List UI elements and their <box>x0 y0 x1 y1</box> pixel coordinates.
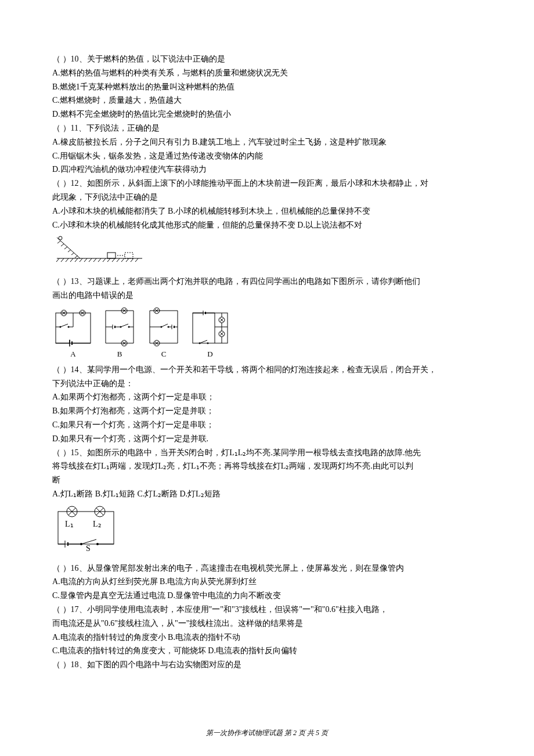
q11-c: C.用锯锯木头，锯条发热，这是通过热传递改变物体的内能 <box>52 149 482 163</box>
q15-l2-label: L₂ <box>93 520 102 528</box>
q10-d: D.燃料不完全燃烧时的热值比完全燃烧时的热值小 <box>52 107 482 121</box>
q14-b: B.如果两个灯泡都亮，这两个灯一定是并联； <box>52 404 482 418</box>
svg-line-4 <box>61 258 64 262</box>
q13-label-c: C <box>161 348 167 361</box>
q15-options: A.灯L₁断路 B.灯L₁短路 C.灯L₂断路 D.灯L₂短路 <box>52 487 482 501</box>
page-footer: 第一次协作考试物理试题 第 2 页 共 5 页 <box>0 727 534 739</box>
svg-line-13 <box>103 258 106 262</box>
svg-line-120 <box>81 539 96 544</box>
q14-d: D.如果只有一个灯亮，这两个灯一定是并联. <box>52 432 482 446</box>
q13-circuit-d: D <box>189 309 231 361</box>
q13-figure: A B <box>52 307 482 361</box>
svg-line-10 <box>89 258 92 262</box>
q16-row1: A.电流的方向从灯丝到荧光屏 B.电流方向从荧光屏到灯丝 <box>52 575 482 589</box>
q17-stem-1: （ ）17、小明同学使用电流表时，本应使用"一"和"3"接线柱，但误将"一"和"… <box>52 603 482 617</box>
q14-stem-1: （ ）14、某同学用一个电源、一个开关和若干导线，将两个相同的灯泡连接起来，检查… <box>52 363 482 377</box>
svg-line-23 <box>64 247 67 249</box>
q15-l1-label: L₁ <box>65 520 74 528</box>
q10-stem: （ ）10、关于燃料的热值，以下说法中正确的是 <box>52 52 482 66</box>
q11-a: A.橡皮筋被拉长后，分子之间只有引力 B.建筑工地上，汽车驶过时尘土飞扬，这是种… <box>52 135 482 149</box>
q11-d: D.四冲程汽油机的做功冲程使汽车获得动力 <box>52 163 482 177</box>
q13-stem-1: （ ）13、习题课上，老师画出两个灯泡并联的电路，有四位同学画出的电路如下图所示… <box>52 275 482 289</box>
q18-stem: （ ）18、如下图的四个电路中与右边实物图对应的是 <box>52 658 482 672</box>
q13-label-b: B <box>117 348 122 361</box>
q15-stem-2: 将导线接在灯L₁两端，发现灯L₂亮，灯L₁不亮；再将导线接在灯L₂两端，发现两灯… <box>52 459 482 473</box>
svg-line-106 <box>200 340 207 343</box>
q12-figure <box>52 235 482 269</box>
svg-line-67 <box>121 324 128 327</box>
svg-line-8 <box>80 258 82 262</box>
svg-rect-29 <box>125 253 133 258</box>
q17-stem-2: 而电流还是从"0.6"接线柱流入，从"一"接线柱流出。这样做的结果将是 <box>52 617 482 631</box>
q13-circuit-a: A <box>52 309 94 361</box>
q12-stem-2: 此现象，下列说法中正确的是 <box>52 190 482 204</box>
svg-line-18 <box>126 258 129 262</box>
q13-circuit-b: B <box>101 307 138 361</box>
svg-line-19 <box>131 258 134 262</box>
q16-stem: （ ）16、从显像管尾部发射出来的电子，高速撞击在电视机荧光屏上，使屏幕发光，则… <box>52 561 482 575</box>
svg-line-0 <box>57 237 80 258</box>
svg-line-21 <box>57 241 60 243</box>
q10-b: B.燃烧1千克某种燃料放出的热量叫这种燃料的热值 <box>52 80 482 94</box>
svg-line-14 <box>107 258 110 262</box>
svg-line-20 <box>135 258 138 262</box>
q13-stem-2: 画出的电路中错误的是 <box>52 289 482 303</box>
svg-line-25 <box>71 253 74 255</box>
q16-row2: C.显像管内是真空无法通过电流 D.显像管中电流的力向不断改变 <box>52 589 482 603</box>
svg-point-1 <box>59 236 62 240</box>
q13-label-d: D <box>207 348 212 361</box>
q17-row2: C.电流表的指针转过的角度变大，可能烧坏 D.电流表的指针反向偏转 <box>52 644 482 658</box>
svg-point-105 <box>207 342 209 344</box>
svg-line-16 <box>117 258 120 262</box>
svg-line-24 <box>68 250 71 252</box>
q12-c: C.小球和木块的机械能转化成其他形式的能量，但能的总量保持不变 D.以上说法都不… <box>52 218 482 232</box>
svg-line-40 <box>60 324 68 327</box>
svg-line-17 <box>121 258 124 262</box>
q14-a: A.如果两个灯泡都亮，这两个灯一定是串联； <box>52 390 482 404</box>
svg-line-3 <box>56 258 59 262</box>
q10-a: A.燃料的热值与燃料的种类有关系，与燃料的质量和燃烧状况无关 <box>52 66 482 80</box>
q12-a: A.小球和木块的机械能都消失了 B.小球的机械能转移到木块上，但机械能的总量保持… <box>52 204 482 218</box>
svg-line-15 <box>112 258 115 262</box>
q13-circuit-c: C <box>145 307 182 361</box>
q14-stem-2: 下列说法中正确的是： <box>52 377 482 391</box>
svg-line-26 <box>75 255 78 258</box>
svg-line-11 <box>93 258 96 262</box>
svg-line-5 <box>66 258 68 262</box>
svg-line-9 <box>84 258 87 262</box>
svg-line-82 <box>161 324 168 327</box>
svg-line-22 <box>61 244 64 246</box>
q15-s-label: S <box>86 544 91 552</box>
svg-line-7 <box>75 258 78 262</box>
q12-stem-1: （ ）12、如图所示，从斜面上滚下的小球能推动平面上的木块前进一段距离，最后小球… <box>52 177 482 190</box>
q15-stem-3: 断 <box>52 473 482 487</box>
q11-stem: （ ）11、下列说法，正确的是 <box>52 121 482 135</box>
svg-rect-87 <box>193 313 228 343</box>
q15-figure: L₁ L₂ S <box>52 506 482 557</box>
q17-row1: A.电流表的指针转过的角度变小 B.电流表的指针不动 <box>52 631 482 645</box>
q14-c: C.如果只有一个灯亮，这两个灯一定是串联； <box>52 418 482 432</box>
svg-rect-27 <box>107 253 116 258</box>
q10-c: C.燃料燃烧时，质量越大，热值越大 <box>52 93 482 107</box>
q15-stem-1: （ ）15、如图所示的电路中，当开关S闭合时，灯L₁L₂均不亮.某同学用一根导线… <box>52 446 482 460</box>
svg-line-6 <box>70 258 73 262</box>
q13-label-a: A <box>70 348 75 361</box>
svg-line-12 <box>98 258 101 262</box>
